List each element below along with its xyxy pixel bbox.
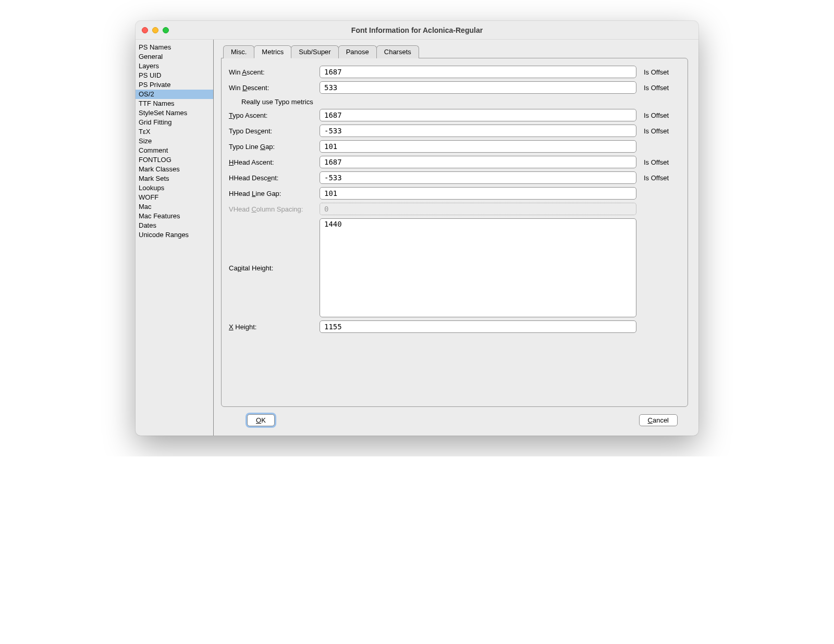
is-offset-label[interactable]: Is Offset [640,127,681,135]
window-controls [142,27,169,33]
hhead-ascent-label: HHead Ascent: [228,158,316,166]
is-offset-label[interactable]: Is Offset [640,112,681,119]
sidebar-item-mark-sets[interactable]: Mark Sets [136,174,213,183]
hhead-descent-input[interactable] [320,171,636,184]
category-sidebar: PS NamesGeneralLayersPS UIDPS PrivateOS/… [136,40,214,436]
sidebar-item-mac[interactable]: Mac [136,202,213,212]
is-offset-label[interactable]: Is Offset [640,68,681,76]
typo-descent-input[interactable] [320,125,636,137]
metrics-panel: Win Ascent: Is Offset Win Descent: Is Of… [221,58,688,407]
cancel-button[interactable]: Cancel [639,414,678,426]
typo-descent-label: Typo Descent: [228,127,316,135]
sidebar-item-mac-features[interactable]: Mac Features [136,212,213,221]
tab-misc-[interactable]: Misc. [223,45,254,58]
sidebar-item-grid-fitting[interactable]: Grid Fitting [136,118,213,127]
vhead-col-spacing-input [320,203,636,215]
really-use-typo-label[interactable]: Really use Typo metrics [228,97,681,109]
sidebar-item-dates[interactable]: Dates [136,221,213,230]
sidebar-item-mark-classes[interactable]: Mark Classes [136,165,213,174]
sidebar-item-os-2[interactable]: OS/2 [136,90,213,99]
sidebar-item-ps-names[interactable]: PS Names [136,43,213,52]
sidebar-item-ps-private[interactable]: PS Private [136,80,213,90]
hhead-ascent-input[interactable] [320,156,636,168]
typo-ascent-input[interactable] [320,109,636,121]
vhead-col-spacing-label: VHead Column Spacing: [228,205,316,213]
sidebar-item-ttf-names[interactable]: TTF Names [136,99,213,108]
hhead-descent-label: HHead Descent: [228,174,316,182]
tab-charsets[interactable]: Charsets [376,45,419,58]
titlebar: Font Information for Aclonica-Regular [136,21,698,40]
sidebar-item-size[interactable]: Size [136,137,213,146]
sidebar-item-woff[interactable]: WOFF [136,193,213,202]
sidebar-item-styleset-names[interactable]: StyleSet Names [136,108,213,118]
sidebar-item-t-x[interactable]: TεX [136,127,213,137]
is-offset-label[interactable]: Is Offset [640,174,681,182]
sidebar-item-comment[interactable]: Comment [136,146,213,155]
hhead-line-gap-input[interactable] [320,187,636,200]
dialog-footer: OK Cancel [221,407,688,436]
font-info-window: Font Information for Aclonica-Regular PS… [136,21,698,436]
ok-button[interactable]: OK [247,414,275,426]
sidebar-item-unicode-ranges[interactable]: Unicode Ranges [136,230,213,240]
sidebar-item-general[interactable]: General [136,52,213,61]
tab-bar: Misc.MetricsSub/SuperPanoseCharsets [223,45,688,58]
window-title: Font Information for Aclonica-Regular [142,26,692,34]
typo-line-gap-input[interactable] [320,140,636,153]
sidebar-item-layers[interactable]: Layers [136,61,213,71]
is-offset-label[interactable]: Is Offset [640,158,681,166]
sidebar-item-fontlog[interactable]: FONTLOG [136,155,213,165]
win-ascent-label: Win Ascent: [228,68,316,76]
capital-height-label: Capital Height: [228,264,316,272]
main-panel: Misc.MetricsSub/SuperPanoseCharsets Win … [214,40,698,436]
sidebar-item-lookups[interactable]: Lookups [136,183,213,193]
x-height-label: X Height: [228,323,316,331]
x-height-input[interactable] [320,320,636,333]
minimize-icon[interactable] [152,27,158,33]
tab-sub-super[interactable]: Sub/Super [291,45,338,58]
tab-metrics[interactable]: Metrics [254,45,291,58]
close-icon[interactable] [142,27,148,33]
sidebar-item-ps-uid[interactable]: PS UID [136,71,213,80]
typo-ascent-label: Typo Ascent: [228,112,316,119]
tab-panose[interactable]: Panose [338,45,377,58]
zoom-icon[interactable] [163,27,169,33]
is-offset-label[interactable]: Is Offset [640,84,681,92]
hhead-line-gap-label: HHead Line Gap: [228,190,316,197]
capital-height-input[interactable]: 1440 [320,218,636,317]
win-descent-label: Win Descent: [228,84,316,92]
typo-line-gap-label: Typo Line Gap: [228,143,316,151]
win-ascent-input[interactable] [320,66,636,78]
win-descent-input[interactable] [320,81,636,94]
